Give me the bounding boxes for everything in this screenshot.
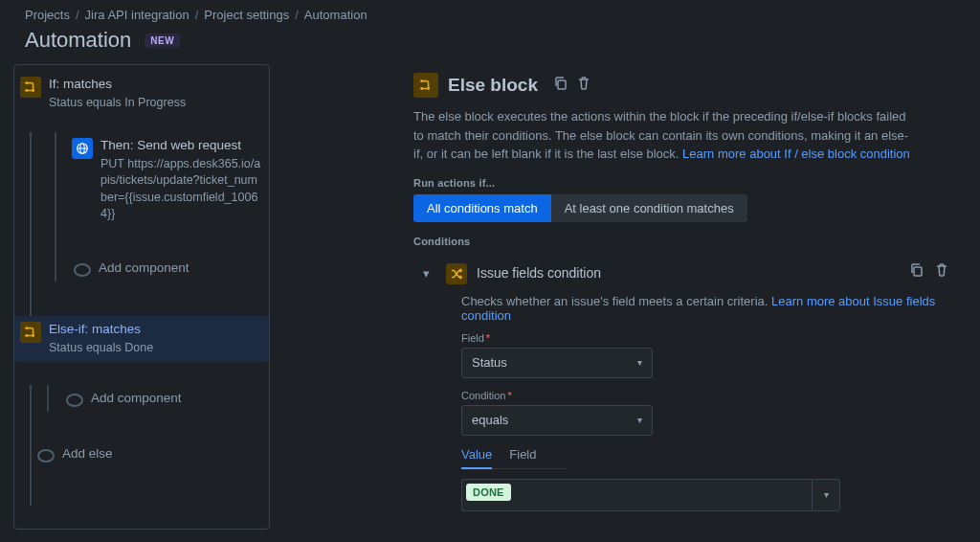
svg-point-6 (25, 327, 28, 329)
new-badge: NEW (145, 34, 180, 48)
condition-card: ▾ Issue fields condition (413, 253, 959, 531)
add-component-label: Add component (91, 390, 261, 407)
svg-point-1 (25, 89, 28, 92)
trash-icon[interactable] (934, 262, 949, 281)
add-component-button[interactable]: Add component (72, 255, 269, 282)
learn-more-link[interactable]: Learn more about If / else block conditi… (682, 147, 910, 161)
tree-node-if[interactable]: If: matches Status equals In Progress (14, 71, 269, 117)
run-actions-label: Run actions if... (413, 177, 959, 189)
add-component-button[interactable]: Add component (64, 385, 269, 412)
condition-title: Issue fields condition (477, 265, 601, 281)
value-picker: DONE ▾ (461, 479, 840, 511)
branch-icon (20, 322, 41, 343)
node-title: Else-if: matches (49, 321, 261, 338)
condition-description: Checks whether an issue's field meets a … (461, 294, 949, 323)
seg-all-match[interactable]: All conditions match (413, 194, 551, 222)
add-component-label: Add component (99, 260, 261, 277)
chevron-down-icon: ▾ (824, 489, 829, 500)
seg-any-match[interactable]: At least one condition matches (551, 194, 747, 222)
field-select-value: Status (472, 355, 507, 370)
breadcrumb-sep: / (295, 8, 299, 22)
add-circle-icon (37, 449, 55, 463)
page-header: Automation NEW (10, 26, 970, 64)
condition-label: Condition* (461, 390, 949, 401)
chevron-down-icon[interactable]: ▾ (423, 266, 436, 281)
chevron-down-icon: ▾ (637, 415, 642, 425)
detail-header: Else block (413, 72, 959, 98)
value-field-tabs: Value Field (461, 447, 567, 469)
tab-value[interactable]: Value (461, 447, 492, 469)
svg-point-10 (420, 87, 423, 90)
add-circle-icon (66, 394, 83, 407)
condition-select-value: equals (472, 413, 508, 427)
svg-point-11 (427, 87, 430, 90)
svg-point-0 (25, 81, 28, 84)
svg-rect-12 (558, 80, 566, 89)
breadcrumb-link[interactable]: Project settings (204, 8, 289, 22)
svg-point-2 (32, 89, 34, 92)
breadcrumb-link[interactable]: Jira API integration (85, 8, 189, 22)
node-subtitle: Status equals In Progress (49, 95, 261, 112)
svg-point-7 (25, 334, 28, 337)
svg-rect-13 (914, 267, 922, 276)
globe-icon (72, 138, 93, 159)
add-circle-icon (74, 263, 91, 277)
breadcrumb-link[interactable]: Automation (304, 8, 368, 22)
field-label: Field* (461, 332, 949, 344)
tree-node-elseif[interactable]: Else-if: matches Status equals Done (14, 316, 269, 362)
svg-point-9 (420, 79, 423, 82)
page-title: Automation (25, 28, 131, 53)
breadcrumb-link[interactable]: Projects (25, 8, 70, 22)
node-title: If: matches (49, 76, 261, 93)
status-lozenge-done[interactable]: DONE (466, 484, 511, 501)
trash-icon[interactable] (576, 76, 591, 94)
value-input[interactable]: DONE (461, 479, 812, 511)
chevron-down-icon: ▾ (637, 357, 642, 368)
tab-field[interactable]: Field (509, 447, 536, 468)
node-subtitle: Status equals Done (49, 340, 261, 357)
shuffle-icon (446, 263, 467, 284)
detail-title: Else block (448, 75, 538, 96)
branch-icon (20, 77, 41, 98)
value-dropdown-button[interactable]: ▾ (812, 479, 840, 511)
detail-panel: Else block The else block executes the a… (289, 64, 967, 530)
breadcrumb: Projects / Jira API integration / Projec… (10, 0, 970, 26)
breadcrumb-sep: / (76, 8, 79, 22)
add-else-button[interactable]: Add else (35, 440, 269, 467)
add-else-label: Add else (62, 445, 261, 463)
node-title: Then: Send web request (100, 137, 261, 154)
branch-icon (413, 73, 438, 98)
tree-node-then[interactable]: Then: Send web request PUT https://apps.… (72, 132, 269, 228)
svg-point-8 (32, 334, 34, 337)
breadcrumb-sep: / (195, 8, 199, 22)
run-actions-toggle: All conditions match At least one condit… (413, 194, 959, 222)
copy-icon[interactable] (553, 76, 568, 94)
detail-description: The else block executes the actions with… (413, 107, 911, 164)
copy-icon[interactable] (909, 262, 924, 281)
node-subtitle: PUT https://apps.desk365.io/apis/tickets… (100, 156, 261, 223)
field-select[interactable]: Status ▾ (461, 348, 653, 378)
condition-select[interactable]: equals ▾ (461, 405, 653, 436)
conditions-label: Conditions (413, 236, 959, 247)
rule-tree-panel[interactable]: If: matches Status equals In Progress (13, 64, 270, 530)
